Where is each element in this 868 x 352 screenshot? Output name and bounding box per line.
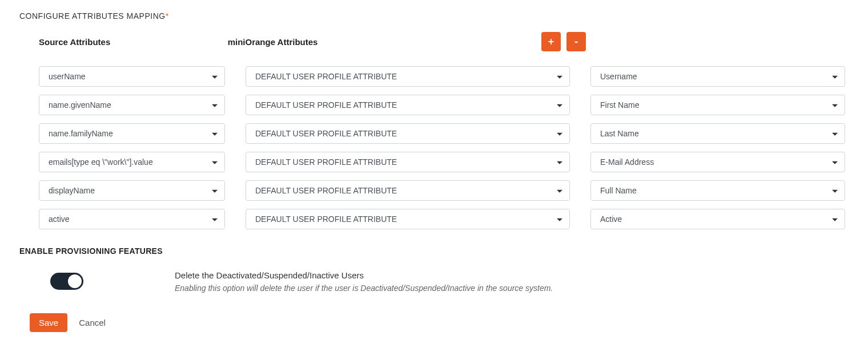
miniorange-attribute-value[interactable]: DEFAULT USER PROFILE ATTRIBUTE xyxy=(246,95,570,115)
miniorange-attribute-select[interactable]: DEFAULT USER PROFILE ATTRIBUTE xyxy=(246,152,570,172)
source-attribute-value[interactable]: active xyxy=(39,209,225,229)
target-attribute-value[interactable]: Full Name xyxy=(590,180,845,201)
section-title-text: CONFIGURE ATTRIBUTES MAPPING xyxy=(19,11,166,21)
miniorange-attribute-value[interactable]: DEFAULT USER PROFILE ATTRIBUTE xyxy=(246,123,570,144)
add-row-button[interactable]: + xyxy=(541,32,561,51)
mapping-row: name.familyNameDEFAULT USER PROFILE ATTR… xyxy=(39,123,849,144)
target-attribute-select[interactable]: E-Mail Address xyxy=(590,152,845,172)
target-attribute-value[interactable]: Active xyxy=(590,209,845,229)
source-attribute-select[interactable]: active xyxy=(39,209,225,229)
mapping-row: userNameDEFAULT USER PROFILE ATTRIBUTEUs… xyxy=(39,66,849,87)
miniorange-attributes-header: miniOrange Attributes xyxy=(228,37,521,47)
target-attribute-select[interactable]: Active xyxy=(590,209,845,229)
miniorange-attribute-value[interactable]: DEFAULT USER PROFILE ATTRIBUTE xyxy=(246,152,570,172)
miniorange-attribute-select[interactable]: DEFAULT USER PROFILE ATTRIBUTE xyxy=(246,95,570,115)
source-attributes-header: Source Attributes xyxy=(39,37,207,47)
row-action-buttons: + - xyxy=(541,32,586,51)
target-attribute-select[interactable]: Full Name xyxy=(590,180,845,201)
miniorange-attribute-select[interactable]: DEFAULT USER PROFILE ATTRIBUTE xyxy=(246,209,570,229)
provisioning-feature-row: Delete the Deactivated/Suspended/Inactiv… xyxy=(19,270,849,293)
miniorange-attribute-value[interactable]: DEFAULT USER PROFILE ATTRIBUTE xyxy=(246,209,570,229)
form-actions: Save Cancel xyxy=(19,313,849,332)
miniorange-attribute-select[interactable]: DEFAULT USER PROFILE ATTRIBUTE xyxy=(246,66,570,87)
miniorange-attribute-value[interactable]: DEFAULT USER PROFILE ATTRIBUTE xyxy=(246,66,570,87)
mapping-row: displayNameDEFAULT USER PROFILE ATTRIBUT… xyxy=(39,180,849,201)
source-attribute-value[interactable]: emails[type eq \"work\"].value xyxy=(39,152,225,172)
mapping-row: activeDEFAULT USER PROFILE ATTRIBUTEActi… xyxy=(39,209,849,229)
source-attribute-value[interactable]: name.givenName xyxy=(39,95,225,115)
miniorange-attribute-value[interactable]: DEFAULT USER PROFILE ATTRIBUTE xyxy=(246,180,570,201)
source-attribute-select[interactable]: displayName xyxy=(39,180,225,201)
remove-row-button[interactable]: - xyxy=(566,32,586,51)
source-attribute-select[interactable]: userName xyxy=(39,66,225,87)
source-attribute-select[interactable]: name.familyName xyxy=(39,123,225,144)
miniorange-attribute-select[interactable]: DEFAULT USER PROFILE ATTRIBUTE xyxy=(246,123,570,144)
target-attribute-select[interactable]: First Name xyxy=(590,95,845,115)
toggle-knob xyxy=(68,274,82,288)
miniorange-attribute-select[interactable]: DEFAULT USER PROFILE ATTRIBUTE xyxy=(246,180,570,201)
mapping-row: emails[type eq \"work\"].valueDEFAULT US… xyxy=(39,152,849,172)
delete-inactive-toggle[interactable] xyxy=(50,273,83,290)
save-button[interactable]: Save xyxy=(30,313,67,332)
target-attribute-select[interactable]: Username xyxy=(590,66,845,87)
source-attribute-value[interactable]: name.familyName xyxy=(39,123,225,144)
mapping-header-row: Source Attributes miniOrange Attributes … xyxy=(39,32,849,51)
source-attribute-select[interactable]: emails[type eq \"work\"].value xyxy=(39,152,225,172)
required-marker: * xyxy=(166,11,169,21)
provisioning-feature-desc: Enabling this option will delete the use… xyxy=(175,284,849,293)
provisioning-section: ENABLE PROVISIONING FEATURES Delete the … xyxy=(19,246,849,293)
target-attribute-select[interactable]: Last Name xyxy=(590,123,845,144)
cancel-button[interactable]: Cancel xyxy=(79,318,106,327)
attribute-mapping-area: Source Attributes miniOrange Attributes … xyxy=(19,32,849,229)
target-attribute-value[interactable]: E-Mail Address xyxy=(590,152,845,172)
configure-attributes-title: CONFIGURE ATTRIBUTES MAPPING* xyxy=(19,11,849,21)
provisioning-text: Delete the Deactivated/Suspended/Inactiv… xyxy=(175,270,849,293)
target-attribute-value[interactable]: Last Name xyxy=(590,123,845,144)
target-attribute-value[interactable]: First Name xyxy=(590,95,845,115)
mapping-row: name.givenNameDEFAULT USER PROFILE ATTRI… xyxy=(39,95,849,115)
source-attribute-select[interactable]: name.givenName xyxy=(39,95,225,115)
provisioning-section-title: ENABLE PROVISIONING FEATURES xyxy=(19,246,849,256)
target-attribute-value[interactable]: Username xyxy=(590,66,845,87)
provisioning-feature-label: Delete the Deactivated/Suspended/Inactiv… xyxy=(175,270,849,280)
source-attribute-value[interactable]: userName xyxy=(39,66,225,87)
source-attribute-value[interactable]: displayName xyxy=(39,180,225,201)
